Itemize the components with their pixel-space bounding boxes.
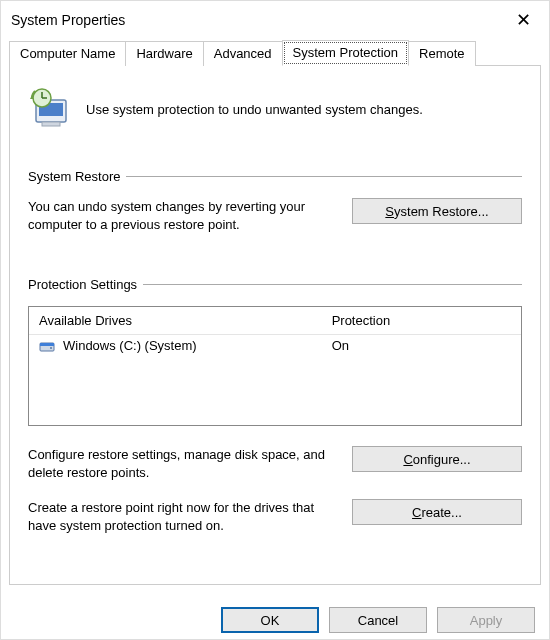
cancel-button[interactable]: Cancel xyxy=(329,607,427,633)
group-label-system-restore: System Restore xyxy=(28,169,120,184)
system-protection-panel: Use system protection to undo unwanted s… xyxy=(9,65,541,585)
close-icon[interactable]: ✕ xyxy=(510,9,537,31)
dialog-footer: OK Cancel Apply xyxy=(1,593,549,640)
title-bar: System Properties ✕ xyxy=(1,1,549,39)
tab-advanced[interactable]: Advanced xyxy=(203,41,283,66)
group-protection-settings: Protection Settings xyxy=(28,277,522,292)
group-system-restore: System Restore xyxy=(28,169,522,184)
svg-point-9 xyxy=(50,347,52,349)
configure-desc: Configure restore settings, manage disk … xyxy=(28,446,338,481)
drive-icon xyxy=(39,339,57,353)
tab-computer-name[interactable]: Computer Name xyxy=(9,41,126,66)
system-protection-icon xyxy=(28,86,72,133)
group-label-protection-settings: Protection Settings xyxy=(28,277,137,292)
tab-strip: Computer Name Hardware Advanced System P… xyxy=(9,39,541,65)
create-button[interactable]: Create... xyxy=(352,499,522,525)
create-desc: Create a restore point right now for the… xyxy=(28,499,338,534)
column-header-protection[interactable]: Protection xyxy=(332,313,511,328)
divider xyxy=(126,176,522,177)
svg-rect-8 xyxy=(40,343,54,346)
drive-protection-status: On xyxy=(332,338,511,353)
tab-remote[interactable]: Remote xyxy=(408,41,476,66)
drive-row[interactable]: Windows (C:) (System) On xyxy=(29,335,521,356)
apply-button[interactable]: Apply xyxy=(437,607,535,633)
ok-button[interactable]: OK xyxy=(221,607,319,633)
column-header-drives[interactable]: Available Drives xyxy=(39,313,332,328)
drives-header: Available Drives Protection xyxy=(29,307,521,335)
intro-block: Use system protection to undo unwanted s… xyxy=(28,82,522,141)
drive-name: Windows (C:) (System) xyxy=(63,338,332,353)
configure-button[interactable]: Configure... xyxy=(352,446,522,472)
window-title: System Properties xyxy=(11,12,125,28)
system-restore-button[interactable]: System Restore... xyxy=(352,198,522,224)
tab-system-protection[interactable]: System Protection xyxy=(282,40,410,66)
tab-hardware[interactable]: Hardware xyxy=(125,41,203,66)
drives-list[interactable]: Available Drives Protection Windows (C:)… xyxy=(28,306,522,426)
system-restore-desc: You can undo system changes by reverting… xyxy=(28,198,338,233)
intro-text: Use system protection to undo unwanted s… xyxy=(86,102,423,117)
svg-rect-2 xyxy=(42,122,60,126)
divider xyxy=(143,284,522,285)
